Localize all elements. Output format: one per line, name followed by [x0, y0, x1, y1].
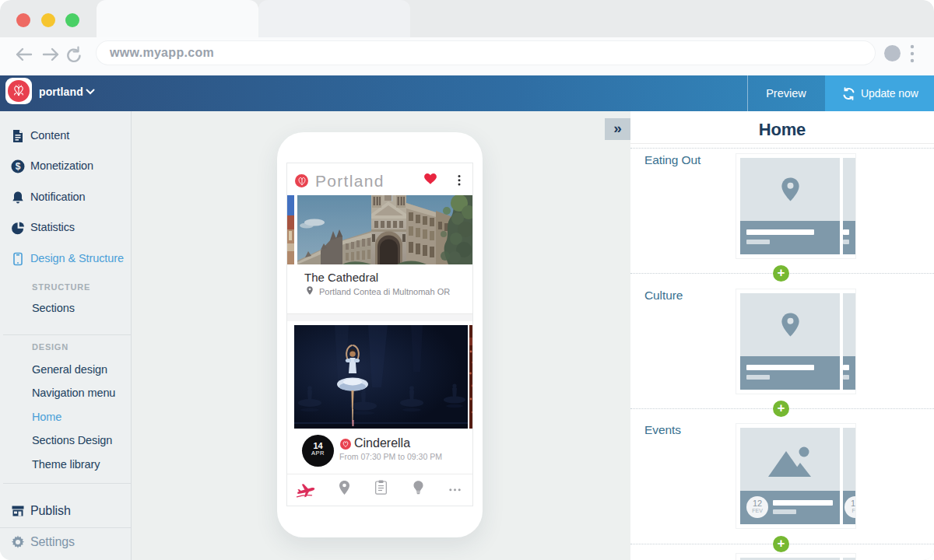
svg-text:$: $ — [16, 161, 21, 172]
